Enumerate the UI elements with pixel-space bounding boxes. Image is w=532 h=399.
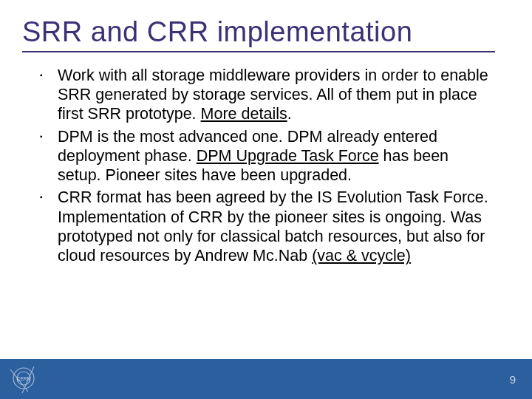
list-item: ▪ DPM is the most advanced one. DPM alre…	[40, 127, 492, 185]
list-item: ▪ CRR format has been agreed by the IS E…	[40, 188, 492, 265]
bullet-text: CRR format has been agreed by the IS Evo…	[58, 188, 492, 265]
page-number: 9	[510, 373, 516, 386]
slide-footer: CERN 9	[0, 359, 532, 399]
bullet-marker-icon: ▪	[40, 66, 58, 85]
slide-body: ▪ Work with all storage middleware provi…	[0, 52, 532, 359]
bullet-text-pre: CRR format has been agreed by the IS Evo…	[58, 188, 488, 265]
bullet-text: Work with all storage middleware provide…	[58, 66, 492, 124]
bullet-marker-icon: ▪	[40, 127, 58, 146]
vac-vcycle-link[interactable]: (vac & vcycle)	[312, 247, 411, 265]
cern-logo-icon: CERN	[7, 362, 40, 395]
slide-title: SRR and CRR implementation	[22, 16, 532, 48]
slide: SRR and CRR implementation ▪ Work with a…	[0, 0, 532, 399]
bullet-text-post: .	[287, 105, 292, 123]
bullet-text: DPM is the most advanced one. DPM alread…	[58, 127, 492, 185]
more-details-link[interactable]: More details	[201, 105, 287, 123]
svg-text:CERN: CERN	[17, 376, 31, 381]
list-item: ▪ Work with all storage middleware provi…	[40, 66, 492, 124]
dpm-upgrade-task-force-link[interactable]: DPM Upgrade Task Force	[197, 147, 379, 165]
bullet-list: ▪ Work with all storage middleware provi…	[40, 66, 492, 265]
bullet-marker-icon: ▪	[40, 188, 58, 207]
